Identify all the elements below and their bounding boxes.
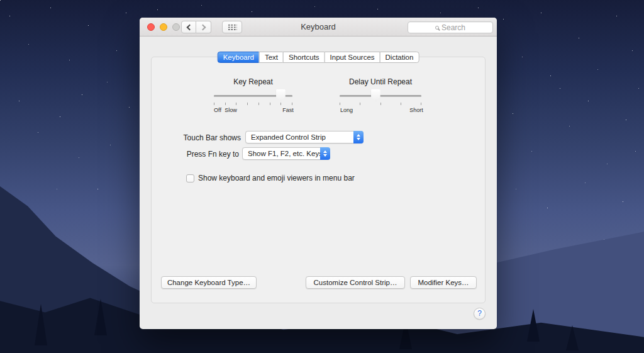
show-all-button[interactable] [222, 21, 242, 33]
slider-ticks [214, 103, 292, 105]
zoom-button [172, 23, 180, 31]
stepper-arrows-icon [320, 147, 330, 160]
key-repeat-title: Key Repeat [214, 77, 292, 86]
search-field[interactable]: Search [408, 21, 493, 33]
back-button[interactable] [181, 21, 196, 33]
slider-track[interactable] [340, 95, 421, 97]
close-button[interactable] [147, 23, 155, 31]
search-placeholder: Search [441, 23, 465, 32]
delay-until-repeat-slider[interactable]: Long Short [340, 88, 421, 113]
press-fn-key-dropdown[interactable]: Show F1, F2, etc. Keys [242, 147, 330, 160]
help-button[interactable]: ? [474, 308, 486, 320]
forward-button[interactable] [196, 21, 211, 33]
touch-bar-shows-value: Expanded Control Strip [251, 133, 326, 141]
stars [0, 0, 1, 1]
tab-input-sources[interactable]: Input Sources [325, 52, 380, 63]
key-repeat-slider-thumb[interactable] [276, 89, 286, 102]
tick-label-fast: Fast [282, 107, 294, 113]
minimize-button[interactable] [160, 23, 167, 31]
tick-label-off: Off [214, 107, 221, 113]
key-repeat-slider[interactable]: Off Slow Fast [214, 88, 292, 113]
press-fn-key-label: Press Fn key to [187, 150, 239, 159]
tree-silhouette [94, 299, 107, 335]
customize-control-strip-button[interactable]: Customize Control Strip… [306, 276, 405, 289]
preference-tabs: Keyboard Text Shortcuts Input Sources Di… [218, 52, 419, 63]
change-keyboard-type-button[interactable]: Change Keyboard Type… [161, 276, 257, 289]
tree-silhouette [527, 309, 540, 342]
tab-keyboard[interactable]: Keyboard [218, 52, 260, 63]
chevron-left-icon [187, 24, 193, 30]
delay-until-repeat-title: Delay Until Repeat [340, 77, 421, 86]
tick-label-slow: Slow [225, 107, 237, 113]
press-fn-key-value: Show F1, F2, etc. Keys [248, 150, 323, 157]
touch-bar-shows-dropdown[interactable]: Expanded Control Strip [245, 131, 364, 143]
modifier-keys-button[interactable]: Modifier Keys… [410, 276, 477, 289]
tab-text[interactable]: Text [259, 52, 284, 63]
tree-silhouette [35, 304, 47, 345]
window-titlebar[interactable]: Keyboard Search [140, 18, 497, 36]
chevron-right-icon [199, 24, 206, 30]
tick-label-short: Short [409, 107, 423, 113]
stepper-arrows-icon [353, 131, 364, 143]
navigation-buttons [181, 21, 211, 33]
show-viewers-row[interactable]: Show keyboard and emoji viewers in menu … [186, 174, 355, 182]
tree-silhouette [566, 325, 579, 350]
show-viewers-checkbox[interactable] [186, 174, 194, 182]
search-icon [435, 26, 439, 30]
slider-ticks [340, 103, 421, 105]
delay-slider-thumb[interactable] [371, 89, 380, 102]
grid-icon [228, 24, 237, 31]
show-viewers-label: Show keyboard and emoji viewers in menu … [198, 174, 355, 182]
tab-dictation[interactable]: Dictation [380, 52, 419, 63]
tick-label-long: Long [340, 107, 353, 113]
traffic-lights [147, 23, 180, 31]
touch-bar-shows-label: Touch Bar shows [184, 133, 241, 142]
desktop: Keyboard Search [0, 0, 644, 353]
tab-shortcuts[interactable]: Shortcuts [283, 52, 325, 63]
system-preferences-window: Keyboard Search [140, 18, 497, 329]
